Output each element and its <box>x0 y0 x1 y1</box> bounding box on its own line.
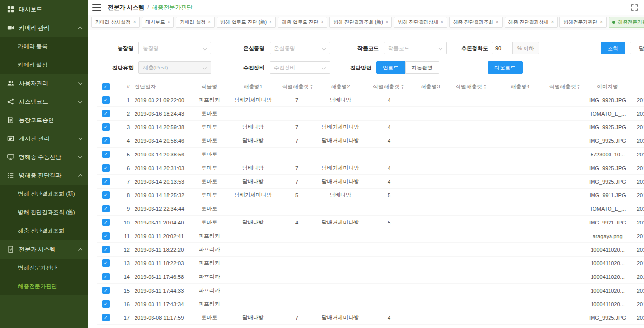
tab-8[interactable]: 해충 진단결과조회× <box>449 17 503 28</box>
greenhouse-select[interactable]: 온실동명 <box>270 42 330 54</box>
row-checkbox[interactable]: ✓ <box>102 246 110 253</box>
sidebar-item-expert-system[interactable]: 전문가 시스템 <box>0 240 88 259</box>
sidebar-item-board-management[interactable]: 게시판 관리 <box>0 129 88 148</box>
sidebar-item-disease-expert-judgment[interactable]: 병해전문가판단 <box>0 259 88 277</box>
row-checkbox[interactable]: ✓ <box>102 123 110 131</box>
tab-2[interactable]: 대시보드× <box>142 17 174 28</box>
filter-panel: 농장명 농장명 온실동명 온실동명 작물코드 작물코드 추 <box>97 42 644 74</box>
table-row[interactable]: ✓102019-03-11 20:04:40토마토담배나방4담배거세미나방5IM… <box>97 216 644 229</box>
cell-pest-name-1: 담배나방 <box>226 178 280 185</box>
upload-method-button[interactable]: 업로드 <box>376 61 405 74</box>
search-button[interactable]: 조회 <box>601 42 625 54</box>
diagnosis-type-select[interactable]: 해충(Pest) <box>138 61 211 74</box>
table-row[interactable]: ✓152019-03-11 17:44:33파프리카1000411020...2… <box>97 284 644 297</box>
sidebar-item-insect-expert-judgment[interactable]: 해충전문가판단 <box>0 277 88 295</box>
table-row[interactable]: ✓62019-03-14 20:31:03토마토담배나방7담배거세미나방4IMG… <box>97 161 644 175</box>
tab-close-icon[interactable]: × <box>269 19 272 25</box>
cell-image-name: IMG_9925.JPG <box>581 165 634 171</box>
row-checkbox[interactable]: ✓ <box>102 164 110 172</box>
download-button[interactable]: 다운로드 <box>488 61 523 74</box>
sidebar-item-camera-management[interactable]: 카메라 관리 <box>0 18 88 37</box>
row-checkbox[interactable]: ✓ <box>102 110 110 117</box>
sidebar-item-farm-code-approval[interactable]: 농장코드승인 <box>0 111 88 129</box>
row-checkbox[interactable]: ✓ <box>102 300 110 308</box>
table-row[interactable]: ✓52019-03-14 20:38:56토마토5723000_10...201 <box>97 148 644 161</box>
sidebar-item-system-code[interactable]: 시스템코드 <box>0 92 88 111</box>
table-row[interactable]: ✓92019-03-12 22:34:44토마토TOMATO_E_...201 <box>97 202 644 216</box>
table-row[interactable]: ✓112019-03-11 20:02:41파프리카aragaya.png201 <box>97 229 644 243</box>
tab-close-icon[interactable]: × <box>496 19 499 25</box>
sidebar-item-camera-settings[interactable]: 카메라 설정 <box>0 55 88 74</box>
row-checkbox[interactable]: ✓ <box>102 191 110 199</box>
accuracy-input[interactable] <box>492 42 512 54</box>
sidebar-item-label: 시스템코드 <box>19 98 79 106</box>
sidebar-item-insect-result[interactable]: 해충 진단결과조회 <box>0 222 88 240</box>
table-row[interactable]: ✓132019-03-11 18:22:03파프리카1000411020...2… <box>97 257 644 270</box>
row-checkbox[interactable]: ✓ <box>102 151 110 158</box>
row-checkbox[interactable]: ✓ <box>102 96 110 104</box>
sidebar-item-pest-diagnosis-results[interactable]: 병해충 진단결과 <box>0 166 88 185</box>
tab-5[interactable]: 해충 업로드 진단× <box>278 17 327 28</box>
select-all-checkbox[interactable]: ✓ <box>102 83 110 90</box>
row-checkbox[interactable]: ✓ <box>102 205 110 212</box>
col-header: 해충명2 <box>314 83 367 90</box>
table-row[interactable]: ✓42019-03-14 20:58:46토마토담배나방7담배거세미나방4IMG… <box>97 134 644 148</box>
row-checkbox[interactable]: ✓ <box>102 232 110 240</box>
crop-code-select[interactable]: 작물코드 <box>384 42 447 54</box>
tab-close-icon[interactable]: × <box>386 19 389 25</box>
tab-3[interactable]: 카메라 설정× <box>176 17 215 28</box>
tab-11[interactable]: 해충전문가판단× <box>609 17 644 28</box>
table-row[interactable]: ✓172019-03-08 11:17:59토마토담배나방7담배거세미나방4IM… <box>97 311 644 325</box>
breadcrumb: 전문가 시스템 / 해충전문가판단 <box>108 3 193 12</box>
sidebar-item-disease-result-new[interactable]: 병해 진단결과조회 (新) <box>0 185 88 203</box>
tab-6[interactable]: 병해 진단결과조회 (新)× <box>329 17 392 28</box>
tab-close-icon[interactable]: × <box>208 19 211 25</box>
row-checkbox[interactable]: ✓ <box>102 137 110 144</box>
table-row[interactable]: ✓122019-03-11 18:22:20파프리카1000411020...2… <box>97 243 644 257</box>
row-checkbox[interactable]: ✓ <box>102 273 110 280</box>
auto-capture-method-button[interactable]: 자동촬영 <box>405 61 439 74</box>
tab-label: 병해 업로드 진단 (新) <box>220 19 267 26</box>
equipment-select[interactable]: 수집장비 <box>270 61 330 74</box>
tab-close-icon[interactable]: × <box>551 19 554 25</box>
row-checkbox[interactable]: ✓ <box>102 178 110 185</box>
tab-close-icon[interactable]: × <box>600 19 603 25</box>
farm-name-select[interactable]: 농장명 <box>138 42 211 54</box>
col-header: 식별해충갯수 <box>280 83 314 90</box>
sidebar-item-dashboard[interactable]: 대시보드 <box>0 0 88 18</box>
row-checkbox[interactable]: ✓ <box>102 259 110 267</box>
tab-4[interactable]: 병해 업로드 진단 (新)× <box>217 17 276 28</box>
fullscreen-icon[interactable] <box>631 4 638 11</box>
sidebar-item-label: 농장코드승인 <box>19 116 82 124</box>
tab-close-icon[interactable]: × <box>168 19 170 25</box>
tab-close-icon[interactable]: × <box>133 19 136 25</box>
table-row[interactable]: ✓142019-03-11 17:46:58파프리카1000411020...2… <box>97 270 644 284</box>
tab-7[interactable]: 병해 진단결과상세× <box>394 17 447 28</box>
tab-1[interactable]: 카메라 상세설정× <box>91 17 140 28</box>
cell-reg-date: 201 <box>634 315 644 321</box>
sidebar-item-camera-register[interactable]: 카메라 등록 <box>0 37 88 55</box>
tab-10[interactable]: 병해전문가판단× <box>559 17 607 28</box>
cell-row-number: 15 <box>115 288 132 293</box>
row-checkbox[interactable]: ✓ <box>102 314 110 321</box>
sidebar-item-disease-result-old[interactable]: 병해 진단결과조회 (舊) <box>0 203 88 222</box>
sidebar-item-user-management[interactable]: 사용자관리 <box>0 74 88 92</box>
sidebar-item-label: 병해 진단결과조회 (舊) <box>18 209 82 216</box>
row-checkbox[interactable]: ✓ <box>102 287 110 294</box>
sidebar-item-pest-manual-diagnosis[interactable]: 병해충 수동진단 <box>0 148 88 166</box>
menu-toggle-icon[interactable] <box>92 4 101 11</box>
cell-reg-date: 201 <box>634 179 644 185</box>
cell-reg-date: 201 <box>634 288 644 293</box>
table-row[interactable]: ✓72019-03-14 20:13:53토마토담배나방7담배거세미나방4IMG… <box>97 175 644 189</box>
table-row[interactable]: ✓22019-03-16 18:24:43토마토TOMATO_E_...201 <box>97 107 644 121</box>
row-checkbox[interactable]: ✓ <box>102 219 110 226</box>
tab-close-icon[interactable]: × <box>321 19 324 25</box>
table-row[interactable]: ✓12019-03-21 09:22:00파프리카담배거세미나방7담배나방4IM… <box>97 93 644 107</box>
table-row[interactable]: ✓162019-03-11 17:43:34파프리카1000411020...2… <box>97 297 644 311</box>
table-row[interactable]: ✓82019-03-14 18:25:32토마토담배거세미나방5담배나방5IMG… <box>97 189 644 202</box>
chevron-down-icon <box>203 46 207 50</box>
table-row[interactable]: ✓32019-03-14 20:59:38토마토담배나방7담배거세미나방4IMG… <box>97 121 644 134</box>
tab-9[interactable]: 해충 진단결과상세× <box>505 17 558 28</box>
close-button[interactable]: 닫기 <box>630 42 644 54</box>
tab-close-icon[interactable]: × <box>441 19 443 25</box>
